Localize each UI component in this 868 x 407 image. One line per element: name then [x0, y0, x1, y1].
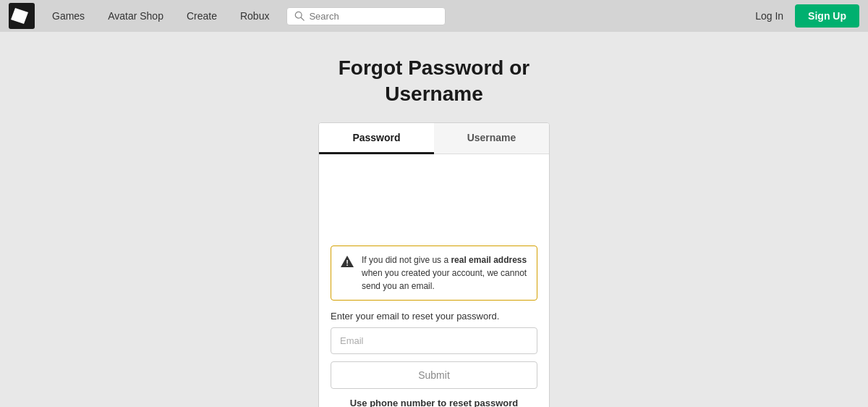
phone-link[interactable]: Use phone number to reset password	[331, 398, 537, 407]
roblox-logo[interactable]	[9, 3, 35, 29]
search-input[interactable]	[309, 11, 438, 22]
warning-text: If you did not give us a real email addr…	[362, 253, 528, 293]
card-body: ! If you did not give us a real email ad…	[319, 154, 549, 407]
navbar: Games Avatar Shop Create Robux Log In Si…	[0, 0, 868, 32]
nav-avatar-shop[interactable]: Avatar Shop	[96, 0, 175, 32]
svg-line-3	[302, 17, 305, 20]
main-content: Forgot Password or Username Password Use…	[0, 32, 868, 407]
nav-links: Games Avatar Shop Create Robux	[41, 0, 281, 32]
tab-username[interactable]: Username	[434, 123, 549, 154]
warning-box: ! If you did not give us a real email ad…	[331, 246, 537, 301]
warning-icon: !	[340, 254, 354, 272]
tab-password[interactable]: Password	[319, 123, 434, 154]
nav-games[interactable]: Games	[41, 0, 96, 32]
nav-robux[interactable]: Robux	[229, 0, 281, 32]
submit-button[interactable]: Submit	[331, 361, 537, 389]
tabs: Password Username	[319, 123, 549, 154]
forgot-password-card: Password Username ! If you did not give …	[318, 122, 550, 407]
search-bar	[286, 7, 446, 25]
navbar-right: Log In Sign Up	[755, 4, 859, 28]
search-icon	[294, 11, 305, 21]
email-label: Enter your email to reset your password.	[331, 311, 537, 322]
svg-text:!: !	[346, 259, 349, 267]
email-input[interactable]	[331, 327, 537, 354]
empty-area	[331, 166, 537, 246]
login-button[interactable]: Log In	[755, 10, 783, 22]
nav-create[interactable]: Create	[175, 0, 229, 32]
signup-button[interactable]: Sign Up	[795, 4, 859, 28]
page-title: Forgot Password or Username	[339, 55, 529, 108]
